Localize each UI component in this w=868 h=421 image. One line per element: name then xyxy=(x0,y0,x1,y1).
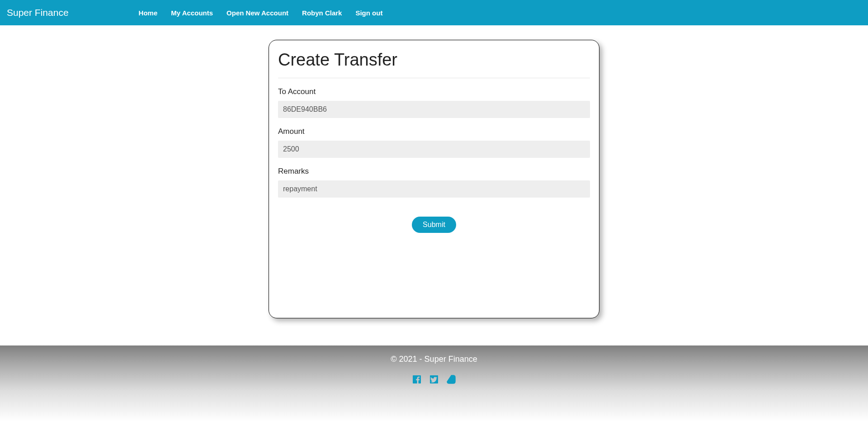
footer: © 2021 - Super Finance xyxy=(0,345,868,421)
nav-links: Home My Accounts Open New Account Robyn … xyxy=(132,5,390,20)
social-icons xyxy=(0,374,868,385)
brand-title[interactable]: Super Finance xyxy=(7,7,69,18)
submit-row: Submit xyxy=(278,217,590,233)
to-account-label: To Account xyxy=(278,87,590,96)
nav-open-account[interactable]: Open New Account xyxy=(220,5,295,20)
navbar: Super Finance Home My Accounts Open New … xyxy=(0,0,868,25)
submit-button[interactable]: Submit xyxy=(412,217,456,233)
nav-home[interactable]: Home xyxy=(132,5,165,20)
remarks-label: Remarks xyxy=(278,167,590,176)
amount-group: Amount xyxy=(278,127,590,158)
nav-signout[interactable]: Sign out xyxy=(349,5,389,20)
remarks-input[interactable] xyxy=(278,180,590,198)
footer-copyright: © 2021 - Super Finance xyxy=(0,355,868,364)
facebook-icon[interactable] xyxy=(411,374,422,385)
main-content: Create Transfer To Account Amount Remark… xyxy=(0,25,868,345)
nav-user[interactable]: Robyn Clark xyxy=(295,5,349,20)
to-account-group: To Account xyxy=(278,87,590,118)
nav-my-accounts[interactable]: My Accounts xyxy=(164,5,220,20)
to-account-input[interactable] xyxy=(278,101,590,118)
twitter-icon[interactable] xyxy=(429,374,439,385)
amount-label: Amount xyxy=(278,127,590,136)
divider xyxy=(278,78,590,78)
amount-input[interactable] xyxy=(278,141,590,158)
transfer-card: Create Transfer To Account Amount Remark… xyxy=(269,40,599,318)
instagram-icon[interactable] xyxy=(446,374,457,385)
remarks-group: Remarks xyxy=(278,167,590,198)
page-title: Create Transfer xyxy=(278,50,590,70)
